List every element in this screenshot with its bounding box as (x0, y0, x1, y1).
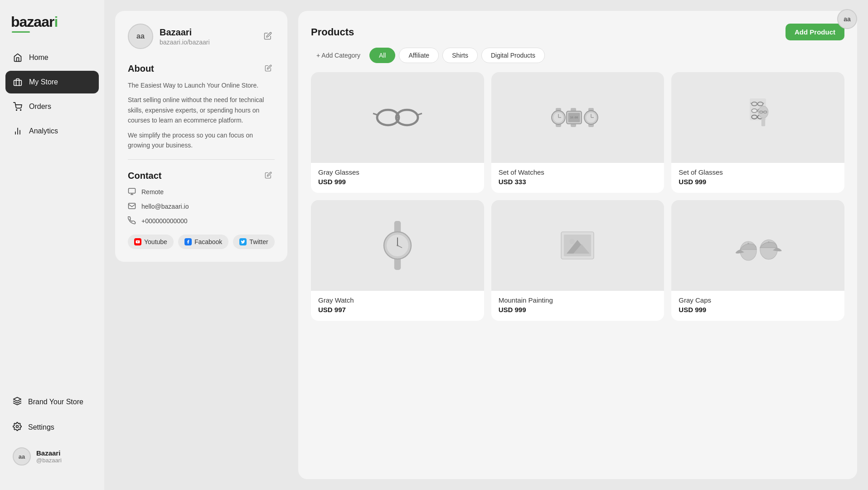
products-panel: Products Add Product + Add Category All … (298, 11, 857, 479)
edit-contact-button[interactable] (262, 169, 275, 183)
products-header: Products Add Product (311, 24, 844, 40)
tab-digital-products[interactable]: Digital Products (481, 48, 545, 63)
product-card-set-of-watches[interactable]: 10:00 Set of Watches USD 333 (491, 72, 664, 193)
settings-icon (13, 422, 22, 433)
home-icon (13, 53, 23, 63)
svg-rect-7 (129, 189, 136, 194)
sidebar-item-settings[interactable]: Settings (5, 416, 99, 439)
product-name-set-of-glasses: Set of Glasses (679, 168, 837, 176)
tab-affiliate[interactable]: Affiliate (399, 48, 439, 63)
sidebar-item-my-store[interactable]: My Store (5, 71, 99, 93)
sidebar-item-home[interactable]: Home (5, 46, 99, 69)
product-image-gray-watch (311, 200, 484, 291)
sidebar-item-analytics[interactable]: Analytics (5, 120, 99, 142)
user-info: Bazaari @bazaari (36, 449, 62, 464)
product-card-mountain-painting[interactable]: Mountain Painting USD 999 (491, 200, 664, 321)
edit-about-button[interactable] (262, 62, 275, 76)
svg-line-34 (763, 103, 764, 103)
svg-rect-0 (14, 80, 22, 86)
youtube-label: Youtube (144, 238, 167, 245)
divider (128, 159, 275, 160)
product-card-gray-glasses[interactable]: Gray Glasses USD 999 (311, 72, 484, 193)
category-tabs: + Add Category All Affiliate Shirts Digi… (311, 48, 844, 63)
store-avatar: aa (128, 24, 153, 49)
sidebar-item-home-label: Home (29, 54, 48, 62)
product-image-set-of-watches: 10:00 (491, 72, 664, 163)
user-handle: @bazaari (36, 457, 62, 464)
sidebar-item-brand-your-store[interactable]: Brand Your Store (5, 390, 99, 414)
product-info-gray-watch: Gray Watch USD 997 (311, 291, 484, 321)
product-card-gray-watch[interactable]: Gray Watch USD 997 (311, 200, 484, 321)
social-links: Youtube Facabook T (128, 235, 275, 249)
twitter-label: Twitter (249, 238, 268, 245)
contact-location: Remote (128, 187, 275, 196)
add-product-button[interactable]: Add Product (786, 24, 844, 40)
product-info-set-of-watches: Set of Watches USD 333 (491, 163, 664, 193)
store-identity: Bazaari bazaari.io/bazaari (160, 27, 210, 46)
user-avatar-top[interactable]: aa (837, 9, 857, 29)
tab-shirts[interactable]: Shirts (442, 48, 478, 63)
product-name-mountain-painting: Mountain Painting (499, 296, 657, 304)
svg-point-57 (569, 239, 575, 244)
sidebar-item-orders[interactable]: Orders (5, 95, 99, 118)
sidebar-item-orders-label: Orders (29, 103, 51, 111)
product-price-set-of-watches: USD 333 (499, 178, 657, 186)
edit-store-button[interactable] (261, 29, 275, 44)
store-url: bazaari.io/bazaari (160, 39, 210, 46)
product-card-set-of-glasses[interactable]: Set of Glasses USD 999 (671, 72, 844, 193)
products-title: Products (311, 26, 354, 38)
svg-point-63 (768, 241, 770, 243)
product-price-mountain-painting: USD 999 (499, 306, 657, 314)
product-image-set-of-glasses (671, 72, 844, 163)
svg-point-2 (20, 110, 21, 111)
about-text3: We simplify the process so you can focus… (128, 130, 275, 151)
product-card-gray-caps[interactable]: Gray Caps USD 999 (671, 200, 844, 321)
svg-rect-8 (129, 203, 136, 209)
add-category-button[interactable]: + Add Category (311, 48, 366, 63)
store-header: aa Bazaari bazaari.io/bazaari (128, 24, 275, 49)
orders-icon (13, 102, 23, 112)
main-content: aa Bazaari bazaari.io/bazaari About (104, 0, 868, 490)
about-text2: Start selling online without the need fo… (128, 95, 275, 125)
nav-menu: Home My Store Orders (0, 46, 104, 390)
username: Bazaari (36, 449, 62, 457)
email-text: hello@bazaari.io (141, 203, 189, 210)
email-icon (128, 202, 137, 211)
about-title: About (128, 62, 275, 76)
facebook-button[interactable]: Facabook (178, 235, 228, 249)
logo-highlight: i (54, 14, 58, 30)
product-image-gray-caps (671, 200, 844, 291)
product-price-set-of-glasses: USD 999 (679, 178, 837, 186)
twitter-button[interactable]: Twitter (233, 235, 274, 249)
product-info-set-of-glasses: Set of Glasses USD 999 (671, 163, 844, 193)
user-profile: aa Bazaari @bazaari (5, 441, 99, 472)
sidebar: bazaari Home My Store (0, 0, 104, 490)
product-price-gray-watch: USD 997 (318, 306, 477, 314)
product-price-gray-caps: USD 999 (679, 306, 837, 314)
product-name-gray-watch: Gray Watch (318, 296, 477, 304)
phone-text: +000000000000 (141, 217, 188, 225)
user-avatar: aa (13, 447, 31, 466)
store-panel: aa Bazaari bazaari.io/bazaari About (115, 11, 287, 262)
logo: bazaari (0, 9, 104, 46)
svg-rect-59 (746, 251, 751, 259)
product-info-gray-caps: Gray Caps USD 999 (671, 291, 844, 321)
logo-text: bazaari (11, 14, 93, 30)
tab-all[interactable]: All (369, 48, 396, 63)
about-body: The Easiest Way to Launch Your Online St… (128, 80, 275, 150)
analytics-icon (13, 126, 23, 136)
svg-line-33 (751, 103, 752, 103)
location-icon (128, 187, 137, 196)
phone-icon (128, 216, 137, 225)
product-info-gray-glasses: Gray Glasses USD 999 (311, 163, 484, 193)
logo-underline (12, 31, 30, 33)
youtube-icon (134, 238, 141, 245)
facebook-label: Facabook (194, 238, 222, 245)
contact-section: Contact Remote (128, 169, 275, 249)
sidebar-item-analytics-label: Analytics (29, 127, 58, 135)
youtube-button[interactable]: Youtube (128, 235, 174, 249)
product-name-gray-glasses: Gray Glasses (318, 168, 477, 176)
facebook-icon (184, 238, 192, 245)
svg-point-1 (16, 110, 17, 111)
product-grid: Gray Glasses USD 999 (311, 72, 844, 321)
